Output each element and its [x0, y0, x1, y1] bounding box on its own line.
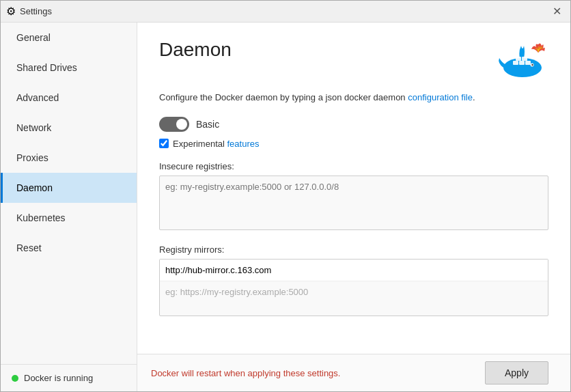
docker-status-text: Docker is running [24, 373, 93, 383]
config-file-link[interactable]: configuration file [408, 92, 473, 102]
svg-rect-4 [519, 61, 525, 65]
sidebar-item-advanced[interactable]: Advanced [1, 83, 137, 113]
content-header: Daemon [159, 39, 548, 80]
basic-toggle[interactable] [159, 117, 189, 132]
sidebar-item-daemon[interactable]: Daemon [1, 173, 137, 203]
registry-mirrors-container: eg: https://my-registry.example:5000 [159, 259, 548, 316]
toggle-thumb [176, 119, 187, 130]
main-container: General Shared Drives Advanced Network P… [1, 23, 570, 391]
svg-rect-7 [522, 57, 527, 61]
footer-bar: Docker will restart when applying these … [137, 354, 570, 391]
sidebar-item-general[interactable]: General [1, 23, 137, 53]
sidebar: General Shared Drives Advanced Network P… [1, 23, 137, 391]
app-icon: ⚙ [6, 5, 16, 18]
svg-rect-5 [525, 61, 531, 65]
titlebar: ⚙ Settings ✕ [1, 1, 570, 23]
content-description: Configure the Docker daemon by typing a … [159, 91, 548, 104]
toggle-label: Basic [196, 119, 219, 130]
registry-mirrors-label: Registry mirrors: [159, 244, 548, 255]
registry-mirrors-placeholder: eg: https://my-registry.example:5000 [160, 281, 548, 316]
basic-toggle-row: Basic [159, 117, 548, 132]
sidebar-item-kubernetes[interactable]: Kubernetes [1, 203, 137, 233]
sidebar-item-network[interactable]: Network [1, 113, 137, 143]
insecure-registries-label: Insecure registries: [159, 161, 548, 171]
close-button[interactable]: ✕ [548, 3, 565, 20]
sidebar-item-shared-drives[interactable]: Shared Drives [1, 53, 137, 83]
content-area: Daemon [137, 23, 570, 354]
experimental-label[interactable]: Experimental features [173, 139, 259, 149]
sidebar-item-reset[interactable]: Reset [1, 233, 137, 263]
features-link[interactable]: features [227, 139, 260, 149]
registry-mirrors-input[interactable] [160, 260, 548, 281]
page-title: Daemon [159, 39, 232, 61]
titlebar-title: Settings [20, 6, 52, 16]
sidebar-item-proxies[interactable]: Proxies [1, 143, 137, 173]
sidebar-nav: General Shared Drives Advanced Network P… [1, 23, 137, 364]
footer-warning: Docker will restart when applying these … [151, 368, 340, 378]
sidebar-footer: Docker is running [1, 364, 137, 391]
experimental-row: Experimental features [159, 139, 548, 149]
apply-button[interactable]: Apply [485, 361, 548, 384]
svg-rect-6 [516, 57, 521, 61]
docker-status-dot [12, 375, 18, 382]
titlebar-left: ⚙ Settings [6, 5, 52, 18]
toggle-track[interactable] [159, 117, 189, 132]
experimental-checkbox[interactable] [159, 139, 169, 148]
svg-point-2 [531, 64, 533, 66]
svg-rect-3 [513, 61, 518, 65]
content-title-block: Daemon [159, 39, 232, 61]
docker-logo [494, 39, 548, 80]
insecure-registries-input[interactable] [159, 176, 548, 230]
